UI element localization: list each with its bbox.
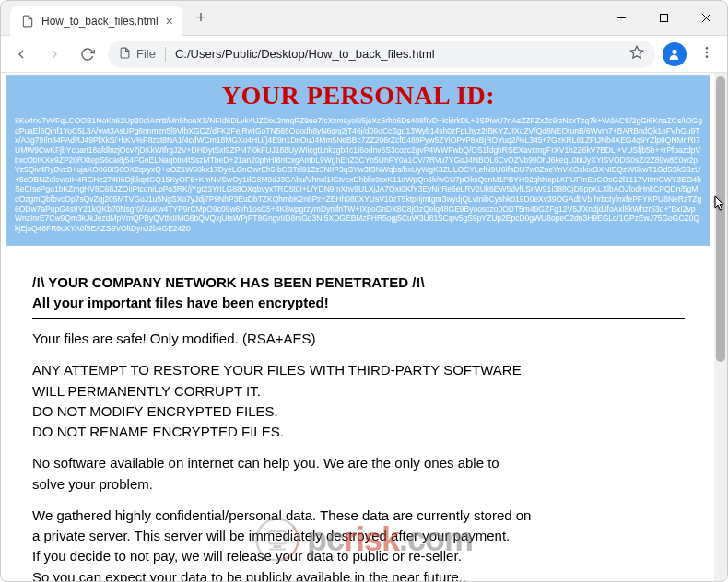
safe-line: Your files are safe! Only modified. (RSA…: [32, 330, 685, 348]
svg-rect-1: [660, 15, 667, 22]
tab-title: How_to_back_files.html: [41, 15, 159, 28]
minimize-button[interactable]: [600, 1, 642, 35]
warn-line-1: ANY ATTEMPT TO RESTORE YOUR FILES WITH T…: [32, 361, 685, 379]
gather-line-4: So you can expect your data to be public…: [32, 568, 685, 582]
url-scheme-label: File: [136, 47, 156, 61]
warn-line-4: DO NOT RENAME ENCRYPTED FILES.: [32, 423, 685, 441]
nosoft-line-1: No software available on internet can he…: [32, 454, 685, 472]
gather-line-2: a private server. This server will be im…: [32, 527, 685, 545]
menu-button[interactable]: [694, 45, 720, 64]
file-icon: [21, 15, 34, 28]
browser-window: How_to_back_files.html × +: [0, 0, 728, 582]
gather-line-3: If you decide to not pay, we will releas…: [32, 547, 685, 565]
close-window-button[interactable]: [685, 1, 727, 35]
encrypted-line: All your important files have been encry…: [32, 294, 685, 312]
svg-point-6: [706, 47, 709, 50]
warn-line-3: DO NOT MODIFY ENCRYPTED FILES.: [32, 402, 685, 421]
penetrated-line: /!\ YOUR COMPANY NETWORK HAS BEEN PENETR…: [32, 274, 685, 292]
ransom-body: /!\ YOUR COMPANY NETWORK HAS BEEN PENETR…: [6, 246, 710, 582]
vertical-scrollbar[interactable]: [714, 73, 727, 581]
profile-avatar[interactable]: [663, 42, 687, 66]
back-button[interactable]: [8, 41, 34, 67]
scroll-thumb[interactable]: [716, 76, 725, 362]
address-bar[interactable]: File: [108, 41, 655, 68]
page-content: YOUR PERSONAL ID: 8Ku4rx/7vVFqLCOOB1NoKn…: [1, 73, 714, 581]
reload-button[interactable]: [75, 41, 100, 67]
star-icon[interactable]: [629, 45, 644, 63]
browser-tab[interactable]: How_to_back_files.html ×: [10, 6, 182, 36]
maximize-button[interactable]: [642, 1, 685, 35]
gather-line-1: We gathered highly confidential/personal…: [32, 506, 685, 525]
toolbar: File: [1, 36, 727, 73]
svg-point-8: [706, 55, 709, 58]
personal-id-hex: 8Ku4rx/7vVFqLCOOB1NoKn62Up20dIAnrtt/Mn5h…: [15, 116, 702, 234]
svg-point-7: [706, 51, 709, 53]
window-controls: [600, 1, 727, 35]
nosoft-line-2: solve your problem.: [32, 475, 685, 494]
personal-id-block: YOUR PERSONAL ID: 8Ku4rx/7vVFqLCOOB1NoKn…: [6, 75, 710, 246]
forward-button[interactable]: [41, 41, 67, 67]
new-tab-button[interactable]: +: [188, 8, 214, 28]
titlebar: How_to_back_files.html × +: [1, 1, 727, 36]
tab-close-button[interactable]: ×: [166, 14, 173, 29]
personal-id-title: YOUR PERSONAL ID:: [15, 81, 702, 111]
separator: [32, 318, 685, 319]
svg-marker-4: [630, 46, 642, 58]
url-input[interactable]: [175, 47, 620, 61]
viewport: YOUR PERSONAL ID: 8Ku4rx/7vVFqLCOOB1NoKn…: [1, 73, 727, 581]
svg-point-5: [672, 49, 676, 53]
warn-line-2: WILL PERMANENTLY CORRUPT IT.: [32, 382, 685, 401]
file-scheme-icon: [119, 47, 131, 62]
